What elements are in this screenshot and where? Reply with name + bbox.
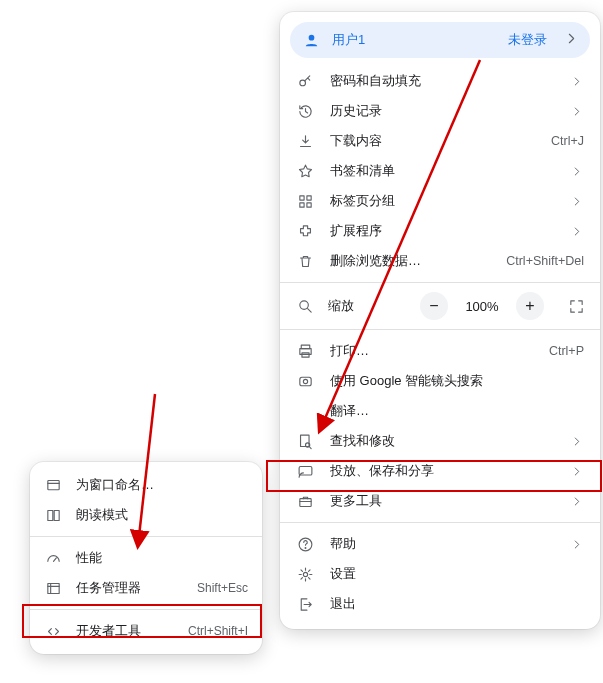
- menu-find[interactable]: 查找和修改: [280, 426, 600, 456]
- svg-rect-3: [306, 195, 310, 199]
- exit-icon: [296, 595, 314, 613]
- help-icon: [296, 535, 314, 553]
- menu-label: 开发者工具: [76, 622, 174, 640]
- chevron-right-icon: [570, 193, 584, 210]
- svg-point-17: [305, 547, 306, 548]
- user-icon: [302, 31, 320, 49]
- trash-icon: [296, 252, 314, 270]
- svg-point-0: [308, 34, 314, 40]
- menu-exit[interactable]: 退出: [280, 589, 600, 619]
- menu-clear-data[interactable]: 删除浏览数据… Ctrl+Shift+Del: [280, 246, 600, 276]
- menu-label: 扩展程序: [330, 222, 554, 240]
- chevron-right-icon: [570, 73, 584, 90]
- search-doc-icon: [296, 432, 314, 450]
- menu-label: 翻译…: [330, 402, 584, 420]
- chevron-right-icon: [570, 163, 584, 180]
- svg-point-11: [303, 379, 307, 383]
- menu-separator: [30, 609, 262, 610]
- menu-label: 密码和自动填充: [330, 72, 554, 90]
- menu-label: 任务管理器: [76, 579, 183, 597]
- submenu-reader-mode[interactable]: 朗读模式: [30, 500, 262, 530]
- menu-downloads[interactable]: 下载内容 Ctrl+J: [280, 126, 600, 156]
- menu-extensions[interactable]: 扩展程序: [280, 216, 600, 246]
- svg-point-18: [303, 572, 307, 576]
- gauge-icon: [44, 549, 62, 567]
- menu-settings[interactable]: 设置: [280, 559, 600, 589]
- chevron-right-icon: [570, 103, 584, 120]
- code-icon: [44, 622, 62, 640]
- menu-history[interactable]: 历史记录: [280, 96, 600, 126]
- download-icon: [296, 132, 314, 150]
- menu-label: 退出: [330, 595, 584, 613]
- zoom-out-button[interactable]: −: [420, 292, 448, 320]
- menu-label: 缩放: [328, 297, 354, 315]
- menu-separator: [280, 329, 600, 330]
- history-icon: [296, 102, 314, 120]
- zoom-value: 100%: [462, 299, 502, 314]
- submenu-performance[interactable]: 性能: [30, 543, 262, 573]
- menu-label: 使用 Google 智能镜头搜索: [330, 372, 584, 390]
- window-icon: [44, 476, 62, 494]
- menu-accel: Ctrl+J: [551, 134, 584, 148]
- extension-icon: [296, 222, 314, 240]
- menu-label: 帮助: [330, 535, 554, 553]
- profile-status: 未登录: [508, 32, 547, 49]
- menu-label: 历史记录: [330, 102, 554, 120]
- menu-more-tools[interactable]: 更多工具: [280, 486, 600, 516]
- menu-translate[interactable]: 翻译…: [280, 396, 600, 426]
- menu-help[interactable]: 帮助: [280, 529, 600, 559]
- profile-label: 用户1: [332, 31, 496, 49]
- lens-icon: [296, 372, 314, 390]
- chevron-right-icon: [570, 493, 584, 510]
- grid-icon: [296, 192, 314, 210]
- menu-label: 性能: [76, 549, 248, 567]
- submenu-dev-tools[interactable]: 开发者工具 Ctrl+Shift+I: [30, 616, 262, 646]
- menu-label: 朗读模式: [76, 506, 248, 524]
- chevron-right-icon: [570, 433, 584, 450]
- chevron-right-icon: [563, 30, 580, 50]
- menu-separator: [280, 282, 600, 283]
- menu-label: 投放、保存和分享: [330, 462, 554, 480]
- menu-accel: Ctrl+Shift+Del: [506, 254, 584, 268]
- svg-rect-2: [299, 195, 303, 199]
- menu-label: 更多工具: [330, 492, 554, 510]
- chrome-main-menu: 用户1 未登录 密码和自动填充 历史记录 下载内容 Ctrl+J 书签和清单: [280, 12, 600, 629]
- zoom-icon: [296, 297, 314, 315]
- svg-rect-12: [300, 435, 309, 446]
- menu-separator: [30, 536, 262, 537]
- svg-rect-15: [299, 498, 310, 506]
- menu-label: 下载内容: [330, 132, 535, 150]
- svg-rect-5: [306, 202, 310, 206]
- svg-rect-4: [299, 202, 303, 206]
- task-manager-icon: [44, 579, 62, 597]
- menu-tab-groups[interactable]: 标签页分组: [280, 186, 600, 216]
- svg-point-6: [299, 300, 308, 309]
- svg-rect-9: [301, 352, 308, 356]
- menu-print[interactable]: 打印… Ctrl+P: [280, 336, 600, 366]
- submenu-task-manager[interactable]: 任务管理器 Shift+Esc: [30, 573, 262, 603]
- menu-passwords[interactable]: 密码和自动填充: [280, 66, 600, 96]
- menu-label: 打印…: [330, 342, 533, 360]
- submenu-name-window[interactable]: 为窗口命名…: [30, 470, 262, 500]
- toolbox-icon: [296, 492, 314, 510]
- fullscreen-button[interactable]: [562, 292, 590, 320]
- menu-label: 书签和清单: [330, 162, 554, 180]
- profile-row[interactable]: 用户1 未登录: [290, 22, 590, 58]
- menu-accel: Ctrl+Shift+I: [188, 624, 248, 638]
- menu-label: 为窗口命名…: [76, 476, 248, 494]
- menu-label: 标签页分组: [330, 192, 554, 210]
- more-tools-submenu: 为窗口命名… 朗读模式 性能 任务管理器 Shift+Esc 开发者工具 Ctr…: [30, 462, 262, 654]
- star-icon: [296, 162, 314, 180]
- zoom-in-button[interactable]: +: [516, 292, 544, 320]
- menu-label: 查找和修改: [330, 432, 554, 450]
- menu-cast[interactable]: 投放、保存和分享: [280, 456, 600, 486]
- svg-rect-19: [47, 480, 58, 489]
- book-icon: [44, 506, 62, 524]
- menu-lens[interactable]: 使用 Google 智能镜头搜索: [280, 366, 600, 396]
- chevron-right-icon: [570, 463, 584, 480]
- chevron-right-icon: [570, 223, 584, 240]
- svg-rect-20: [47, 583, 58, 593]
- menu-bookmarks[interactable]: 书签和清单: [280, 156, 600, 186]
- page-background: [0, 0, 280, 457]
- menu-accel: Shift+Esc: [197, 581, 248, 595]
